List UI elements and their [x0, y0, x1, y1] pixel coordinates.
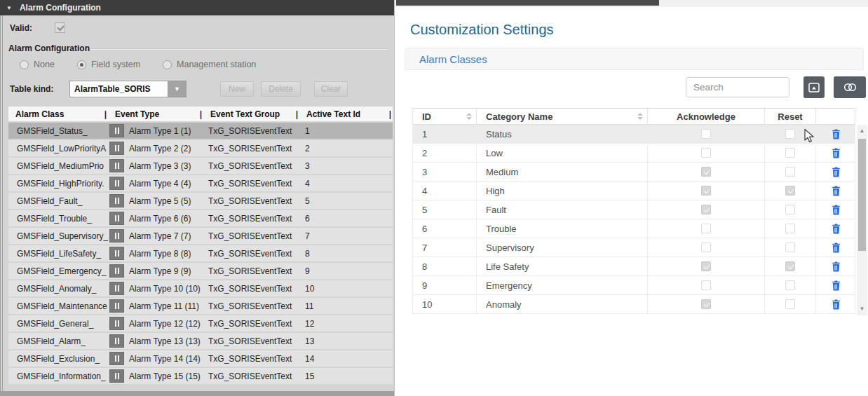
reset-checkbox[interactable]	[785, 261, 795, 271]
acknowledge-checkbox[interactable]	[701, 224, 711, 233]
delete-icon[interactable]	[832, 243, 841, 253]
clear-button[interactable]: Clear	[314, 81, 348, 97]
delete-icon[interactable]	[832, 186, 841, 196]
acknowledge-checkbox[interactable]	[701, 148, 711, 158]
scrollbar-thumb[interactable]	[858, 139, 866, 251]
alarm-configuration-panel: ▼ Alarm Configuration Valid: Alarm Confi…	[0, 0, 395, 396]
reset-checkbox[interactable]	[785, 224, 795, 233]
acknowledge-checkbox[interactable]	[701, 167, 711, 177]
pause-button[interactable]	[109, 264, 124, 278]
acknowledge-checkbox[interactable]	[701, 129, 711, 139]
pause-button[interactable]	[109, 212, 124, 225]
pause-button[interactable]	[109, 229, 124, 243]
table-row[interactable]: 10 Anomaly	[412, 295, 855, 314]
table-row[interactable]: 4 High	[412, 182, 855, 200]
table-row[interactable]: GMSField_LifeSafety_ Alarm Type 8 (8) Tx…	[8, 245, 393, 261]
table-row[interactable]: 9 Emergency	[412, 276, 855, 295]
table-row[interactable]: 5 Fault	[412, 200, 855, 219]
table-row[interactable]: GMSField_LowPriorityA Alarm Type 2 (2) T…	[8, 140, 393, 156]
reset-checkbox[interactable]	[785, 243, 795, 252]
acknowledge-checkbox[interactable]	[701, 280, 711, 290]
toggle-view-button[interactable]	[834, 76, 866, 98]
acknowledge-checkbox[interactable]	[701, 205, 711, 214]
table-row[interactable]: 6 Trouble	[412, 219, 855, 238]
pause-button[interactable]	[109, 299, 124, 313]
delete-icon[interactable]	[832, 261, 841, 272]
reset-checkbox[interactable]	[785, 129, 795, 139]
reset-checkbox[interactable]	[785, 280, 795, 290]
column-header-id[interactable]: ID	[413, 109, 477, 124]
table-row[interactable]: GMSField_HighPriority. Alarm Type 4 (4) …	[8, 175, 393, 191]
table-row[interactable]: GMSField_MediumPrio Alarm Type 3 (3) TxG…	[8, 158, 393, 174]
sort-icon[interactable]	[637, 113, 643, 120]
panel-titlebar[interactable]: ▼ Alarm Configuration	[0, 0, 394, 15]
acknowledge-checkbox[interactable]	[701, 186, 711, 196]
pause-button[interactable]	[109, 352, 124, 365]
dropdown-button[interactable]: ▼	[168, 81, 187, 97]
table-row[interactable]: GMSField_Alarm_ Alarm Type 13 (13) TxG_S…	[8, 333, 393, 349]
delete-icon[interactable]	[832, 129, 841, 139]
table-row[interactable]: GMSField_Emergency_ Alarm Type 9 (9) TxG…	[8, 263, 393, 279]
valid-checkbox[interactable]	[55, 22, 65, 33]
table-row[interactable]: GMSField_Status_ Alarm Type 1 (1) TxG_SO…	[8, 123, 393, 139]
table-row[interactable]: GMSField_Trouble_ Alarm Type 6 (6) TxG_S…	[8, 210, 393, 226]
reset-checkbox[interactable]	[785, 186, 795, 196]
radio-none[interactable]: None	[20, 60, 55, 69]
delete-icon[interactable]	[832, 167, 841, 177]
delete-icon[interactable]	[832, 148, 841, 158]
acknowledge-checkbox[interactable]	[701, 299, 711, 309]
pause-button[interactable]	[109, 194, 124, 207]
pause-button[interactable]	[109, 282, 124, 295]
scroll-up-icon[interactable]: ▲	[857, 126, 867, 136]
reset-checkbox[interactable]	[785, 148, 795, 158]
sort-icon[interactable]	[466, 113, 472, 120]
table-kind-dropdown[interactable]: AlarmTable_SORIS ▼	[69, 81, 187, 97]
collapse-icon[interactable]: ▼	[6, 5, 12, 11]
delete-icon[interactable]	[832, 205, 841, 215]
table-row[interactable]: GMSField_Supervisory_ Alarm Type 7 (7) T…	[8, 228, 393, 244]
delete-icon[interactable]	[832, 280, 841, 291]
column-header-event-text-group[interactable]: Event Text Group	[203, 107, 299, 121]
table-row[interactable]: 2 Low	[412, 144, 855, 163]
radio-field-system[interactable]: Field system	[77, 60, 140, 69]
scroll-down-icon[interactable]: ▼	[857, 304, 867, 314]
table-row[interactable]: 1 Status	[412, 125, 855, 144]
table-row[interactable]: 8 Life Safety	[412, 257, 855, 276]
delete-icon[interactable]	[832, 299, 841, 310]
pause-icon	[115, 128, 116, 134]
search-input[interactable]	[686, 77, 789, 97]
pause-button[interactable]	[109, 369, 124, 383]
reset-checkbox[interactable]	[785, 167, 795, 177]
table-row[interactable]: GMSField_Maintenance Alarm Type 11 (11) …	[8, 298, 393, 314]
acknowledge-checkbox[interactable]	[701, 243, 711, 252]
pause-button[interactable]	[109, 142, 124, 155]
pause-button[interactable]	[109, 334, 124, 348]
reset-checkbox[interactable]	[785, 299, 795, 309]
pause-button[interactable]	[109, 177, 124, 190]
pause-button[interactable]	[109, 159, 124, 172]
delete-icon[interactable]	[832, 224, 841, 234]
table-row[interactable]: GMSField_Fault_ Alarm Type 5 (5) TxG_SOR…	[8, 193, 393, 209]
section-title-link[interactable]: Alarm Classes	[419, 53, 487, 65]
column-header-category-name[interactable]: Category Name	[477, 109, 648, 124]
export-image-button[interactable]	[803, 76, 825, 98]
pause-button[interactable]	[109, 247, 124, 260]
delete-button[interactable]: Delete	[261, 81, 301, 97]
table-row[interactable]: 3 Medium	[412, 163, 855, 182]
table-row[interactable]: GMSField_Information_ Alarm Type 15 (15)…	[8, 368, 393, 384]
table-row[interactable]: 7 Supervisory	[412, 238, 855, 257]
radio-management-station[interactable]: Management station	[163, 60, 256, 69]
table-row[interactable]: GMSField_Exclusion_ Alarm Type 14 (14) T…	[8, 350, 393, 367]
table-row[interactable]: GMSField_General_ Alarm Type 12 (12) TxG…	[8, 315, 393, 332]
group-box-line	[90, 48, 387, 50]
scrollbar[interactable]: ▲ ▼	[857, 125, 867, 315]
column-header-alarm-class[interactable]: Alarm Class	[8, 107, 108, 121]
column-header-event-type[interactable]: Event Type	[108, 107, 203, 121]
reset-checkbox[interactable]	[785, 205, 795, 214]
new-button[interactable]: New	[220, 81, 254, 97]
column-header-active-text-id[interactable]: Active Text Id	[299, 107, 393, 121]
pause-button[interactable]	[109, 124, 124, 137]
table-row[interactable]: GMSField_Anomaly_ Alarm Type 10 (10) TxG…	[8, 280, 393, 296]
acknowledge-checkbox[interactable]	[701, 261, 711, 271]
pause-button[interactable]	[109, 317, 124, 330]
